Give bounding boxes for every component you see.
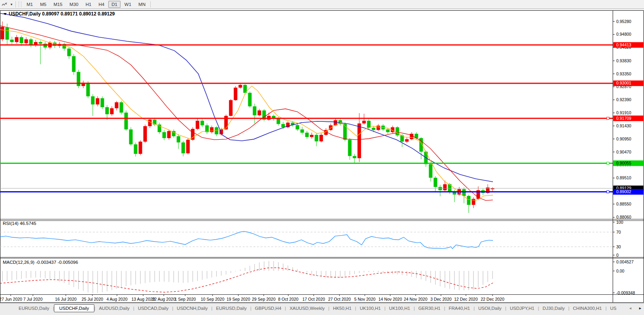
tab-china300-h1[interactable]: CHINA300,H1 [569, 305, 606, 312]
candle-body [6, 28, 9, 40]
timeframe-button-m15[interactable]: M15 [50, 1, 65, 8]
price-tick-label: 0.88060 [616, 215, 631, 219]
date-label: 22 Dec 2020 [481, 297, 504, 302]
candle-body [353, 156, 356, 158]
price-tick-label: 0.95280 [616, 19, 631, 24]
chart-window: 0.952800.948000.943200.938300.933500.928… [0, 10, 644, 303]
tab-scroll-left-icon[interactable]: ◄ [629, 306, 632, 310]
tab-us[interactable]: US [607, 305, 620, 312]
candle-body [210, 127, 214, 132]
timeframe-button-d1[interactable]: D1 [108, 1, 121, 8]
candle-body [377, 126, 380, 130]
ohlc-title: USDCHF,Daily 0.89097 0.89171 0.89012 0.8… [9, 11, 115, 17]
rsi-axis-label: 30 [616, 244, 621, 249]
tab-audusd-daily[interactable]: AUDUSD,Daily [95, 305, 133, 312]
tab-uk100-h1[interactable]: UK100,H1 [356, 305, 384, 312]
candle-body [144, 126, 147, 142]
price-tick-label: 0.91430 [616, 123, 631, 128]
hline-handle[interactable] [607, 190, 609, 193]
rsi-axis-label: 70 [616, 230, 621, 234]
chart-background [0, 10, 644, 303]
candle-body [439, 187, 442, 190]
hline-handle[interactable] [607, 117, 609, 119]
candle-body [348, 140, 352, 156]
date-label: 27 Oct 2020 [328, 297, 351, 302]
candle-body [305, 133, 309, 137]
candle-body [77, 72, 80, 86]
price-tick-label: 0.92390 [616, 97, 631, 102]
candle-body [358, 123, 361, 158]
candle-body [310, 135, 314, 137]
candle-body [196, 121, 199, 129]
date-label: 12 Dec 2020 [454, 297, 478, 302]
candle-body [110, 108, 114, 114]
price-tick-label: 0.88550 [616, 202, 631, 206]
price-badge-label: 0.94413 [616, 42, 631, 47]
timeframe-button-w1[interactable]: W1 [121, 1, 134, 8]
tab-usdjpy-h1[interactable]: USDJPY,H1 [506, 305, 538, 312]
candle-body [315, 135, 318, 141]
chart-tool-icon[interactable] [0, 1, 9, 8]
candle-body [429, 164, 433, 178]
tab-usdcnh-daily[interactable]: USDCNH,Daily [173, 305, 211, 312]
timeframe-buttons: M1M5M15M30H1H4D1W1MN [23, 2, 149, 7]
timeframe-button-h1[interactable]: H1 [82, 1, 95, 8]
date-label: 22 Aug 2020 [152, 297, 176, 302]
tab-uk100-h1[interactable]: UK100,H1 [385, 305, 414, 312]
candle-body [239, 85, 242, 88]
rsi-axis-label: 100 [616, 220, 623, 225]
candle-body [148, 120, 152, 126]
candle-body [258, 110, 261, 115]
candle-body [177, 136, 180, 142]
candle-body [386, 129, 390, 132]
timeframe-button-m5[interactable]: M5 [37, 1, 50, 8]
tab-usdchf-daily[interactable]: USDCHF,Daily [54, 304, 94, 312]
tab-fra40-h1[interactable]: FRA40,H1 [445, 305, 473, 312]
timeframe-button-mn[interactable]: MN [135, 1, 149, 8]
candle-body [139, 142, 142, 154]
candle-body [10, 40, 14, 42]
candle-body [129, 129, 133, 144]
macd-axis-label: 0.004527 [616, 259, 634, 264]
timeframe-button-h4[interactable]: H4 [95, 1, 107, 8]
price-badge-label: 0.91709 [616, 116, 631, 121]
tab-ger30-h1[interactable]: GER30,H1 [415, 305, 444, 312]
price-badge-label: 0.89002 [616, 189, 631, 194]
candle-body [277, 119, 280, 124]
date-label: 24 Nov 2020 [404, 297, 427, 302]
tab-gbpusd-h4[interactable]: GBPUSD,H4 [251, 305, 285, 312]
candle-body [320, 135, 323, 141]
tab-usdcad-daily[interactable]: USDCAD,Daily [134, 305, 172, 312]
candle-body [67, 48, 71, 56]
tab-xauusd-weekly[interactable]: XAUUSD,Weekly [286, 305, 328, 312]
toolbar-separator [150, 1, 151, 8]
candle-body [229, 100, 233, 116]
date-label: 14 Nov 2020 [378, 297, 402, 302]
tab-dj30-daily[interactable]: DJ30,Daily [539, 305, 568, 312]
candle-body [39, 42, 42, 44]
tab-hk50-h1[interactable]: HK50,H1 [330, 305, 355, 312]
price-tick-label: 0.93830 [616, 58, 631, 63]
chart-tabs: EURUSD,Daily|USDCHF,Daily|AUDUSD,Daily|U… [0, 303, 620, 313]
toolbar-grip[interactable] [19, 2, 21, 7]
date-label: 1 Sep 2020 [174, 297, 196, 302]
tab-eurusd-daily[interactable]: EURUSD,Daily [15, 305, 53, 312]
candle-body [120, 102, 123, 113]
candle-body [443, 184, 447, 190]
candle-body [301, 129, 304, 133]
date-label: 17 Oct 2020 [302, 297, 325, 302]
mt4-terminal: ▼ M1M5M15M30H1H4D1W1MN 0.952800.948000.9… [0, 0, 644, 315]
timeframe-button-m1[interactable]: M1 [23, 1, 36, 8]
hline-handle[interactable] [607, 162, 609, 164]
tab-eurusd-daily[interactable]: EURUSD,Daily [213, 305, 250, 312]
timeframe-button-m30[interactable]: M30 [66, 1, 81, 8]
tab-scroll-right-icon[interactable]: ► [638, 306, 642, 310]
candle-body [182, 142, 185, 153]
candle-body [167, 131, 171, 138]
chart-tool-dropdown-icon[interactable]: ▼ [9, 3, 14, 6]
tab-usoil-daily[interactable]: USOil,Daily [475, 305, 505, 312]
macd-label: MACD(12,26,9) -0.003437 -0.005096 [3, 260, 78, 265]
candle-body [86, 83, 90, 96]
price-badge-label: 0.90055 [616, 161, 631, 165]
date-label: 3 Dec 2020 [430, 297, 452, 302]
